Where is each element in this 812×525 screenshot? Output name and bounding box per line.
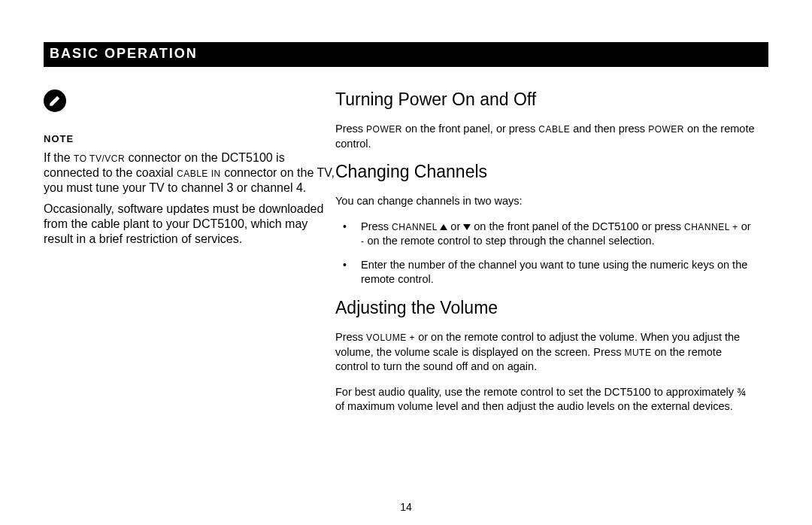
power-p-b: on the front panel, or press — [402, 123, 538, 135]
vol-p1-sc2: MUTE — [624, 347, 651, 358]
ch-b1-e: on the remote control to step through th… — [365, 235, 655, 247]
power-p-sc2: CABLE — [538, 124, 570, 135]
channels-bullet-1: Press CHANNEL or on the front panel of t… — [335, 220, 756, 249]
channels-bullet-list: Press CHANNEL or on the front panel of t… — [335, 220, 756, 287]
volume-paragraph-1: Press VOLUME + or on the remote control … — [335, 330, 756, 375]
channels-bullet-2: Enter the number of the channel you want… — [335, 258, 756, 287]
vol-p1-a: Press — [335, 331, 366, 343]
heading-channels: Changing Channels — [335, 162, 756, 182]
ch-b1-b: or — [447, 220, 463, 232]
main-column: Turning Power On and Off Press POWER on … — [335, 90, 756, 414]
section-header-bar: BASIC OPERATION — [44, 42, 768, 67]
page-number: 14 — [0, 501, 812, 513]
ch-b1-d: or — [738, 220, 751, 232]
pencil-icon — [44, 90, 66, 112]
note-column: NOTE If the TO TV/VCR connector on the D… — [44, 90, 337, 253]
channels-intro: You can change channels in two ways: — [335, 194, 756, 209]
power-p-a: Press — [335, 123, 366, 135]
section-header-text: BASIC OPERATION — [50, 46, 198, 61]
heading-power: Turning Power On and Off — [335, 90, 756, 110]
note-paragraph-2: Occasionally, software updates must be d… — [44, 202, 337, 247]
note-p1-sc1: TO TV/VCR — [74, 153, 125, 164]
power-p-c: and then press — [570, 123, 648, 135]
ch-b1-sc2: CHANNEL + — [684, 222, 738, 232]
vol-p1-sc1: VOLUME + — [366, 332, 415, 343]
power-p-sc3: POWER — [648, 124, 684, 135]
triangle-up-icon — [440, 224, 447, 230]
ch-b1-a: Press — [361, 220, 392, 232]
note-label: NOTE — [44, 133, 337, 144]
note-p1-a: If the — [44, 151, 74, 164]
power-paragraph: Press POWER on the front panel, or press… — [335, 122, 756, 151]
note-paragraph-1: If the TO TV/VCR connector on the DCT510… — [44, 150, 337, 196]
power-p-sc1: POWER — [366, 124, 402, 135]
ch-b1-c: on the front panel of the DCT5100 or pre… — [471, 220, 684, 232]
ch-b1-sc1: CHANNEL — [392, 222, 440, 232]
note-p1-sc2: CABLE IN — [177, 168, 221, 179]
triangle-down-icon — [463, 224, 471, 230]
heading-volume: Adjusting the Volume — [335, 298, 756, 318]
volume-paragraph-2: For best audio quality, use the remote c… — [335, 385, 756, 414]
two-column-layout: NOTE If the TO TV/VCR connector on the D… — [44, 90, 768, 414]
